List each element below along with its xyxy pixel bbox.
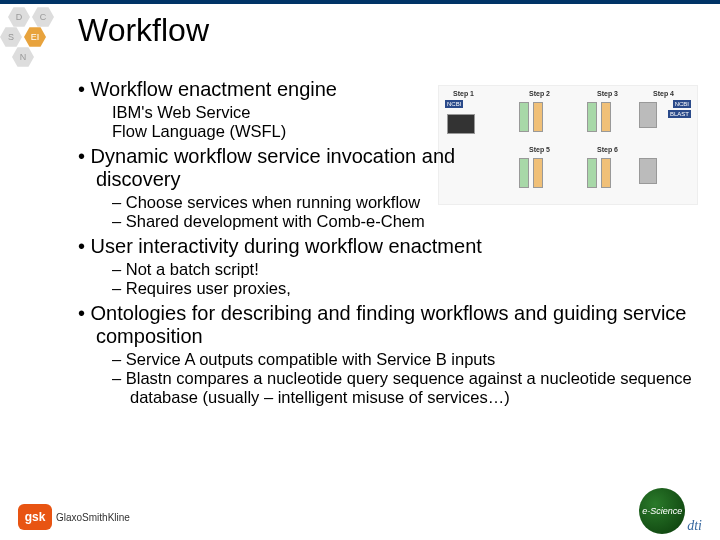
escience-logo: e-Science dti [639,488,702,534]
gsk-badge: gsk [18,504,52,530]
gsk-logo: gsk GlaxoSmithKline [18,504,130,530]
gsk-company-text: GlaxoSmithKline [56,512,130,523]
escience-circle: e-Science [639,488,685,534]
content-area: Workflow enactment engine IBM's Web Serv… [40,78,700,407]
bullet-ontologies: Ontologies for describing and finding wo… [78,302,700,348]
subtext-ibm: IBM's Web Service [112,103,700,122]
bullet-dynamic-workflow: Dynamic workflow service invocation and … [78,145,498,191]
subbullet-user-proxies: Requires user proxies, [112,279,700,298]
subbullet-combechem: Shared development with Comb-e-Chem [112,212,700,231]
footer: gsk GlaxoSmithKline e-Science dti [0,482,720,540]
subtext-wsfl: Flow Language (WSFL) [112,122,700,141]
bullet-user-interactivity: User interactivity during workflow enact… [78,235,700,258]
subbullet-blastn: Blastn compares a nucleotide query seque… [112,369,700,407]
subbullet-choose-services: Choose services when running workflow [112,193,700,212]
hex-logo-cluster: D C S EI N [0,4,70,74]
subbullet-service-compat: Service A outputs compatible with Servic… [112,350,700,369]
subbullet-not-batch: Not a batch script! [112,260,700,279]
header-rule [0,0,720,4]
page-title: Workflow [78,12,209,49]
dti-text: dti [687,518,702,534]
bullet-enactment-engine: Workflow enactment engine [78,78,700,101]
